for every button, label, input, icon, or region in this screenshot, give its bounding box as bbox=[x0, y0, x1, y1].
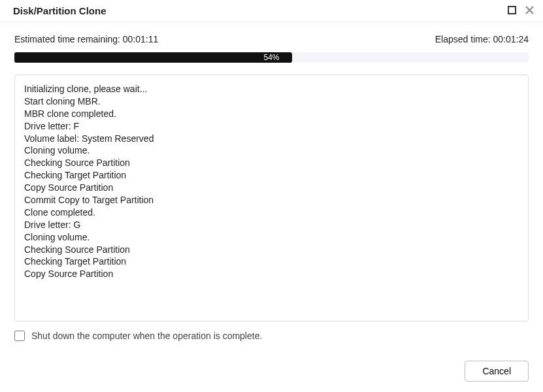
log-line: Clone completed. bbox=[24, 206, 519, 219]
log-line: Initializing clone, please wait... bbox=[24, 83, 519, 95]
progress-label: 54% bbox=[263, 53, 279, 62]
shutdown-label: Shut down the computer when the operatio… bbox=[31, 331, 262, 341]
log-line: Drive letter: G bbox=[24, 219, 519, 231]
log-line: Copy Source Partition bbox=[24, 268, 519, 280]
log-line: MBR clone completed. bbox=[24, 108, 519, 120]
progress-fill bbox=[14, 52, 292, 63]
elapsed-time-value: 00:01:24 bbox=[493, 34, 529, 44]
cancel-button[interactable]: Cancel bbox=[465, 361, 529, 382]
estimated-time-value: 00:01:11 bbox=[123, 34, 159, 44]
log-line: Cloning volume. bbox=[24, 231, 519, 244]
content-area: Estimated time remaining: 00:01:11 Elaps… bbox=[0, 22, 543, 350]
close-icon[interactable] bbox=[525, 6, 534, 16]
progress-bar: 54% bbox=[14, 52, 529, 63]
log-line: Volume label: System Reserved bbox=[24, 133, 519, 145]
footer: Cancel bbox=[465, 361, 529, 382]
estimated-time-label: Estimated time remaining: bbox=[14, 34, 120, 44]
window-controls bbox=[508, 6, 534, 16]
log-line: Checking Source Partition bbox=[24, 244, 519, 256]
log-line: Commit Copy to Target Partition bbox=[24, 194, 519, 206]
estimated-time: Estimated time remaining: 00:01:11 bbox=[14, 34, 158, 44]
log-line: Cloning volume. bbox=[24, 144, 519, 157]
log-line: Start cloning MBR. bbox=[24, 95, 519, 108]
titlebar: Disk/Partition Clone bbox=[0, 0, 543, 22]
svg-rect-0 bbox=[508, 7, 516, 14]
window-title: Disk/Partition Clone bbox=[13, 5, 107, 16]
log-line: Checking Target Partition bbox=[24, 255, 519, 268]
log-output[interactable]: Initializing clone, please wait...Start … bbox=[14, 74, 529, 321]
log-line: Checking Target Partition bbox=[24, 169, 519, 182]
elapsed-time: Elapsed time: 00:01:24 bbox=[435, 34, 529, 44]
maximize-icon[interactable] bbox=[508, 6, 516, 16]
log-line: Copy Source Partition bbox=[24, 182, 519, 194]
elapsed-time-label: Elapsed time: bbox=[435, 34, 491, 44]
shutdown-checkbox[interactable] bbox=[14, 331, 25, 341]
time-row: Estimated time remaining: 00:01:11 Elaps… bbox=[14, 34, 529, 44]
shutdown-checkbox-row[interactable]: Shut down the computer when the operatio… bbox=[14, 331, 529, 341]
log-line: Checking Source Partition bbox=[24, 157, 519, 169]
log-line: Drive letter: F bbox=[24, 120, 519, 133]
